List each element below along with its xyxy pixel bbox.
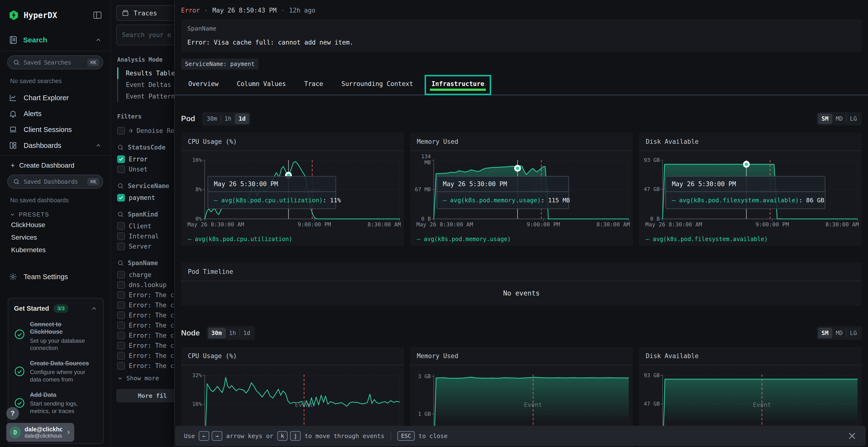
node-range-1h[interactable]: 1h — [226, 328, 240, 338]
esc-key[interactable]: ESC — [397, 431, 415, 441]
pod-range-30m[interactable]: 30m — [204, 113, 221, 124]
filter-option-error-the-cr[interactable]: Error: The cr — [112, 290, 174, 300]
source-select[interactable]: Traces — [116, 5, 174, 21]
filter-option-error-the-cr[interactable]: Error: The cr — [112, 310, 174, 320]
tab-trace[interactable]: Trace — [304, 80, 323, 93]
letter-key[interactable]: j — [290, 431, 301, 441]
filter-option-client[interactable]: Client — [112, 221, 174, 231]
y-axis-tick: 1 GB — [410, 411, 431, 417]
filter-option-error-the-cr[interactable]: Error: The cr — [112, 320, 174, 331]
pod-range-1h[interactable]: 1h — [221, 113, 235, 124]
checkbox-icon — [117, 321, 125, 329]
more-filters-button[interactable]: More fil — [116, 389, 174, 403]
saved-dashboards-input[interactable]: Saved Dashboards ⌘K — [7, 175, 103, 188]
x-axis-tick: May 26 8:30:00 AM — [645, 221, 702, 228]
tab-overview[interactable]: Overview — [188, 80, 218, 93]
collapse-sidebar-icon[interactable] — [93, 10, 102, 20]
sidebar-item-alerts[interactable]: Alerts — [0, 106, 111, 122]
filter-option-label: dns.lookup — [129, 281, 166, 288]
node-size-md[interactable]: MD — [832, 328, 846, 338]
filter-option-dns-lookup[interactable]: dns.lookup — [112, 280, 174, 290]
search-icon — [117, 144, 124, 151]
node-range-control: 30m1h1d — [207, 326, 255, 340]
y-axis-tick: 3 GB — [410, 373, 431, 379]
chevron-up-icon[interactable] — [91, 305, 97, 312]
sidebar-item-search[interactable]: Search — [0, 33, 111, 47]
tab-surrounding-context[interactable]: Surrounding Context — [341, 80, 413, 93]
sidebar-item-dashboards[interactable]: Dashboards — [0, 138, 111, 153]
show-more-button[interactable]: Show more — [117, 375, 174, 382]
filter-option-payment[interactable]: payment — [112, 193, 174, 203]
help-button[interactable]: ? — [6, 407, 19, 420]
sidebar-item-label: Chart Explorer — [24, 94, 102, 102]
filter-option-server[interactable]: Server — [112, 241, 174, 251]
step-description: Start sending logs, metrics, or traces — [30, 400, 93, 415]
node-range-1d[interactable]: 1d — [240, 328, 254, 338]
filter-option-error-the-cr[interactable]: Error: The cr — [112, 341, 174, 351]
mode-event-patterns[interactable]: Event Patterns — [118, 91, 174, 102]
pod-memory-chart-card: Memory Used134 MB67 MB0 BEventMay 26 5:3… — [410, 133, 633, 246]
filter-group-spankind: SpanKind — [117, 210, 174, 219]
pod-size-md[interactable]: MD — [832, 113, 846, 124]
node-size-sm[interactable]: SM — [818, 328, 832, 338]
checkbox-icon — [117, 352, 125, 359]
checkbox-icon — [117, 156, 125, 163]
filter-option-error[interactable]: Error — [112, 154, 174, 164]
relative-time: 12h ago — [289, 7, 316, 14]
tab-infrastructure[interactable]: Infrastructure — [431, 80, 484, 93]
tabs-divider — [175, 94, 868, 96]
x-axis-tick: 9:00:00 PM — [527, 221, 560, 228]
node-size-lg[interactable]: LG — [846, 328, 860, 338]
mode-results-table[interactable]: Results Table — [118, 67, 174, 79]
filter-option-label: payment — [129, 194, 155, 201]
x-axis-tick: 8:30:00 AM — [596, 221, 630, 228]
node-range-30m[interactable]: 30m — [208, 328, 225, 338]
get-started-header[interactable]: Get Started 3/3 — [14, 304, 97, 313]
sidebar-item-chart-explorer[interactable]: Chart Explorer — [0, 90, 111, 106]
service-name-tag[interactable]: ServiceName: payment — [181, 59, 258, 70]
filter-option-error-the-cr[interactable]: Error: The cr — [112, 351, 174, 361]
event-search-input[interactable]: Search your e — [116, 25, 174, 45]
filter-option-unset[interactable]: Unset — [112, 164, 174, 174]
filter-option-charge[interactable]: charge — [112, 270, 174, 280]
bell-icon — [9, 109, 18, 118]
user-email: dale@clickhouse.com — [25, 426, 62, 433]
sidebar-item-client-sessions[interactable]: Client Sessions — [0, 122, 111, 138]
app-root: HyperDX Search Saved Searches ⌘K No save… — [0, 0, 868, 447]
create-dashboard-button[interactable]: + Create Dashboard — [10, 159, 111, 172]
user-menu[interactable]: D dale@clickhouse.com dale@clickhouse.co… — [6, 423, 74, 442]
pod-size-lg[interactable]: LG — [846, 113, 860, 124]
node-disk-title: Disk Available — [639, 347, 862, 365]
search-section-label: Search — [23, 36, 90, 44]
mode-event-deltas[interactable]: Event Deltas — [118, 79, 174, 91]
checkbox-icon — [117, 362, 125, 370]
get-started-card: Get Started 3/3 Connect to ClickHouseSet… — [8, 298, 104, 444]
pod-range-1d[interactable]: 1d — [235, 113, 249, 124]
span-name-value: Error: Visa cache full: cannot add new i… — [187, 39, 856, 46]
pod-size-sm[interactable]: SM — [818, 113, 832, 124]
no-saved-dashboards-note: No saved dashboards — [10, 197, 111, 204]
preset-kubernetes[interactable]: Kubernetes — [0, 244, 111, 256]
letter-key[interactable]: k — [277, 431, 288, 441]
arrow-key[interactable]: → — [212, 431, 222, 441]
grid-icon — [9, 141, 18, 150]
team-settings-button[interactable]: Team Settings — [0, 269, 111, 285]
denoise-checkbox[interactable]: Denoise Re — [112, 126, 174, 136]
filter-option-error-the-cr[interactable]: Error: The cr — [112, 300, 174, 310]
filter-option-label: Server — [129, 243, 151, 250]
preset-services[interactable]: Services — [0, 231, 111, 244]
saved-searches-input[interactable]: Saved Searches ⌘K — [7, 56, 103, 69]
analysis-mode-list: Results TableEvent DeltasEvent Patterns — [117, 67, 174, 102]
preset-clickhouse[interactable]: ClickHouse — [0, 219, 111, 231]
filter-option-error-the-cr[interactable]: Error: The cr — [112, 331, 174, 341]
arrow-key[interactable]: ← — [199, 431, 209, 441]
chevron-up-icon[interactable] — [95, 37, 102, 43]
checkbox-icon — [117, 281, 125, 289]
event-label: Event — [524, 401, 542, 408]
filter-option-internal[interactable]: Internal — [112, 231, 174, 241]
filter-option-error-the-cr[interactable]: Error: The cr — [112, 361, 174, 371]
close-icon[interactable] — [847, 431, 857, 441]
checkbox-icon — [117, 243, 125, 250]
tab-column-values[interactable]: Column Values — [237, 80, 286, 93]
presets-toggle[interactable]: PRESETS — [10, 210, 111, 219]
